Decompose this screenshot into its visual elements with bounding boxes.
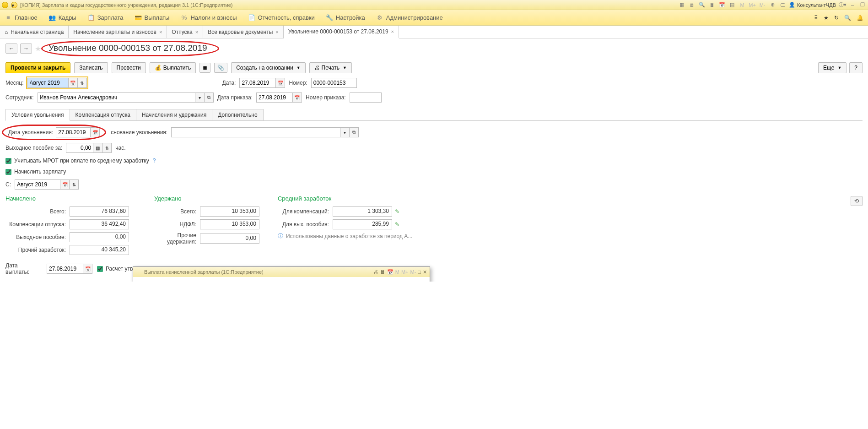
date-input[interactable] [239, 78, 276, 88]
maximize-icon[interactable]: □ [418, 269, 421, 275]
history-icon[interactable]: ↻ [834, 15, 839, 21]
calc-icon[interactable]: 🖩 [708, 1, 716, 9]
chevron-down-icon[interactable]: ▾ [340, 127, 350, 137]
calc-approved-checkbox[interactable]: Расчет утве [97, 266, 136, 272]
print-icon[interactable]: 🖨 [373, 269, 378, 275]
stepper-icon[interactable]: ⇅ [78, 78, 87, 88]
menu-admin[interactable]: ⚙Администрирование [376, 14, 443, 22]
pay-button[interactable]: 💰Выплатить [150, 62, 196, 73]
month-input[interactable] [27, 78, 69, 88]
close-icon[interactable]: ✕ [423, 269, 427, 275]
calc-icon[interactable]: 🖩 [380, 269, 385, 275]
stepper-icon[interactable]: ⇅ [70, 179, 79, 190]
m-icon[interactable]: M [739, 1, 746, 9]
minimize-icon[interactable]: – [849, 1, 856, 9]
subtab-vacation-comp[interactable]: Компенсация отпуска [70, 109, 136, 120]
help-button[interactable]: ? [849, 62, 863, 73]
severance-input[interactable] [66, 143, 93, 153]
from-input[interactable] [15, 179, 60, 190]
calc-icon[interactable]: ▦ [93, 143, 102, 153]
menu-reports[interactable]: 📄Отчетность, справки [248, 14, 315, 22]
open-icon[interactable]: ⧉ [205, 92, 214, 103]
number-input[interactable] [311, 78, 357, 88]
globe-icon[interactable]: ⊕ [769, 1, 776, 9]
accrue-checkbox[interactable]: Начислить зарплату [5, 168, 66, 175]
menu-payments[interactable]: 💳Выплаты [135, 14, 170, 22]
menu-main[interactable]: ≡Главное [5, 14, 38, 22]
print-button[interactable]: 🖨Печать▼ [309, 62, 352, 73]
info-icon[interactable]: ⓘ▾ [839, 1, 846, 9]
edit-icon[interactable]: ✎ [395, 221, 399, 228]
dropdown-icon[interactable]: ▾ [11, 2, 17, 8]
open-icon[interactable]: ⧉ [350, 127, 359, 137]
help-icon[interactable]: ? [153, 157, 156, 164]
list-button[interactable]: ≣ [199, 63, 210, 73]
edit-icon[interactable]: ✎ [395, 208, 399, 215]
tab-home[interactable]: ⌂Начальная страница [0, 26, 69, 38]
apps-icon[interactable]: ⠿ [814, 15, 818, 21]
menu-taxes[interactable]: %Налоги и взносы [180, 14, 237, 22]
mrot-checkbox[interactable]: Учитывать МРОТ при оплате по среднему за… [5, 157, 149, 164]
restore-icon[interactable]: ❐ [859, 1, 866, 9]
tab-hr-docs[interactable]: Все кадровые документы× [203, 26, 284, 38]
employee-input[interactable] [38, 92, 195, 103]
chevron-down-icon: ▼ [837, 65, 841, 70]
attach-button[interactable]: 📎 [214, 63, 227, 73]
save-close-button[interactable]: Провести и закрыть [5, 62, 70, 73]
m-plus-icon[interactable]: M+ [401, 269, 409, 275]
calendar-icon[interactable]: 📅 [69, 78, 78, 88]
stepper-icon[interactable]: ⇅ [102, 143, 112, 153]
back-button[interactable]: ← [5, 43, 17, 54]
user-indicator[interactable]: 👤 КонсультантЧДВ [789, 2, 836, 8]
m-minus-icon[interactable]: M- [410, 269, 416, 275]
subtab-accruals[interactable]: Начисления и удержания [136, 109, 212, 120]
chevron-down-icon[interactable]: ▾ [195, 92, 205, 103]
close-icon[interactable]: × [195, 29, 198, 35]
favorite-star-icon[interactable]: ★ [35, 44, 41, 53]
more-button[interactable]: Еще▼ [818, 62, 846, 73]
reason-input[interactable] [171, 127, 340, 137]
menu-salary[interactable]: 📋Зарплата [87, 14, 124, 22]
refresh-button[interactable]: ⟲ [851, 196, 863, 206]
calendar-icon[interactable]: 📅 [387, 269, 394, 275]
tab-payroll[interactable]: Начисление зарплаты и взносов× [69, 26, 167, 38]
calendar-icon[interactable]: 📅 [718, 1, 726, 9]
tab-vacations[interactable]: Отпуска× [167, 26, 203, 38]
close-icon[interactable]: × [159, 29, 162, 35]
subtab-conditions[interactable]: Условия увольнения [5, 109, 70, 121]
calendar-icon[interactable]: 📅 [276, 78, 285, 88]
search-icon[interactable]: 🔍 [844, 15, 851, 21]
close-icon[interactable]: × [391, 29, 394, 34]
post-button[interactable]: Провести [112, 62, 146, 73]
app-icon-1c [2, 2, 8, 8]
subtab-additional[interactable]: Дополнительно [212, 109, 263, 120]
star-icon[interactable]: ★ [824, 15, 829, 21]
save-button[interactable]: Записать [74, 62, 108, 73]
grid-icon[interactable]: ▦ [678, 1, 685, 9]
m-icon[interactable]: M [395, 269, 399, 275]
tab-dismissal[interactable]: Увольнение 0000-000153 от 27.08.2019× [284, 26, 399, 38]
calendar-icon[interactable]: 📅 [60, 179, 70, 190]
search-icon[interactable]: 🔍 [698, 1, 706, 9]
menu-hr[interactable]: 👥Кадры [49, 14, 76, 22]
month-combo[interactable]: 📅 ⇅ [27, 78, 87, 88]
table-icon[interactable]: ▤ [728, 1, 736, 9]
monitor-icon[interactable]: 🖵 [779, 1, 786, 9]
bell-icon[interactable]: 🔔 [857, 15, 863, 21]
card-icon: 💳 [135, 14, 142, 22]
menu-settings[interactable]: 🔧Настройка [326, 14, 365, 22]
m-plus-icon[interactable]: M+ [749, 1, 756, 9]
close-icon[interactable]: × [275, 29, 278, 35]
paydate-input[interactable] [47, 264, 83, 274]
doc-icon[interactable]: 🗎 [688, 1, 695, 9]
fire-date-input[interactable] [56, 127, 91, 137]
calendar-icon[interactable]: 📅 [83, 264, 92, 274]
m-minus-icon[interactable]: M- [759, 1, 766, 9]
order-num-input[interactable] [350, 92, 382, 103]
total-label: Для вых. пособия: [278, 221, 333, 228]
order-date-input[interactable] [256, 92, 293, 103]
forward-button[interactable]: → [20, 43, 32, 54]
create-based-button[interactable]: Создать на основании▼ [231, 62, 305, 73]
calendar-icon[interactable]: 📅 [91, 127, 100, 137]
calendar-icon[interactable]: 📅 [293, 92, 302, 103]
